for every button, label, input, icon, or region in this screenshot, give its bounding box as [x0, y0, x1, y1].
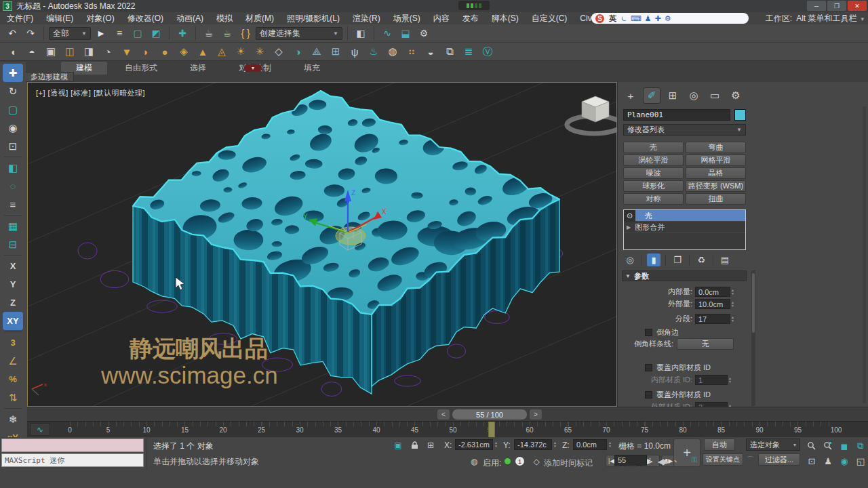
absolute-mode-icon[interactable]: ⊞	[425, 440, 437, 451]
expand-caret-icon[interactable]: ▶	[627, 224, 631, 230]
menu-item-12[interactable]: 脚本(S)	[492, 13, 519, 24]
params-scrollbar[interactable]	[751, 270, 755, 406]
ime-tool-icon-2[interactable]: ♟	[645, 14, 652, 22]
current-frame-indicator[interactable]: 55 / 100	[452, 409, 527, 420]
align-tool[interactable]: ≡	[3, 195, 23, 214]
redo-icon[interactable]: ↷	[22, 26, 39, 41]
hierarchy-tab[interactable]: ⊞	[664, 87, 682, 104]
ribbon-tab-4[interactable]: 填充	[289, 62, 335, 75]
enable-badge[interactable]: 1	[515, 457, 524, 466]
select-and-move-icon[interactable]: ✚	[174, 26, 191, 41]
dome-light-icon[interactable]: ◗	[138, 44, 153, 59]
panel-scrollbar[interactable]	[863, 106, 866, 403]
menu-item-3[interactable]: 修改器(O)	[127, 13, 163, 24]
frame-number-field[interactable]: 55	[614, 455, 647, 466]
y-spinner[interactable]: ▲▼	[553, 441, 557, 448]
modifier-button-8[interactable]: 对称	[623, 193, 684, 205]
motion-tab[interactable]: ◎	[685, 87, 703, 104]
show-end-result-icon[interactable]: ▮	[647, 253, 660, 266]
menu-item-9[interactable]: 场景(S)	[393, 13, 420, 24]
mirror-icon[interactable]: ◧	[353, 26, 369, 41]
display-tab[interactable]: ▭	[706, 87, 724, 104]
parameters-rollout-header[interactable]: ▼ 参数	[622, 270, 747, 281]
modifier-button-0[interactable]: 壳	[623, 142, 684, 153]
key-filters-dropdown[interactable]: 选定对象▾	[746, 439, 800, 451]
ime-tool-icon-4[interactable]: ⚙	[665, 14, 671, 22]
maxscript-mini-label[interactable]: MAXScript 迷你	[1, 453, 144, 467]
timeline-playhead[interactable]	[488, 422, 495, 438]
grass-icon[interactable]: ψ	[347, 44, 362, 59]
filters-button[interactable]: 过滤器...	[758, 453, 800, 466]
segments-spinner[interactable]: ▲▼	[731, 316, 734, 323]
window-crossing-icon[interactable]: ◩	[148, 26, 164, 41]
array-tool[interactable]: ▦	[3, 217, 23, 235]
modifier-button-6[interactable]: 球形化	[623, 180, 684, 192]
select-and-link-icon[interactable]: ☕	[201, 26, 217, 41]
zoom-extents-all-icon[interactable]: ⧉	[852, 439, 868, 453]
named-selection-sets-dropdown[interactable]: 创建选择集▼	[256, 27, 342, 40]
sun-rays-icon[interactable]: ✳	[252, 44, 267, 59]
pivot-tool[interactable]: ⊡	[3, 137, 23, 155]
maximize-button[interactable]: ❐	[827, 1, 846, 11]
selection-lock-icon[interactable]	[408, 440, 420, 451]
light-book-icon[interactable]: ◫	[62, 44, 77, 59]
camera-pyramid-icon[interactable]: ⟁	[309, 44, 324, 59]
modifier-button-5[interactable]: 晶格	[686, 167, 746, 179]
segments-field[interactable]: 17	[695, 314, 730, 324]
bevel-spline-button[interactable]: 无	[677, 338, 734, 350]
select-object-icon[interactable]: ►	[93, 26, 109, 41]
select-and-place-tool[interactable]: ◉	[3, 119, 23, 137]
undo-icon[interactable]: ↶	[4, 26, 20, 41]
create-tab[interactable]: +	[622, 87, 639, 104]
modifier-button-1[interactable]: 弯曲	[686, 142, 746, 153]
selection-filter-dropdown[interactable]: 全部▼	[49, 27, 91, 40]
inner-matid-spinner[interactable]: ▲▼	[728, 377, 732, 384]
frame-nav-arrows[interactable]: ◀▶	[656, 456, 669, 467]
half-sphere-icon[interactable]: ◑	[290, 44, 305, 59]
cube-helper-icon[interactable]: ◇	[271, 44, 286, 59]
rect-selection-region-icon[interactable]: ▢	[130, 26, 146, 41]
schematic-view-icon[interactable]: ⬓	[397, 26, 414, 41]
prev-frame-button[interactable]: <	[437, 409, 450, 420]
geodesic-light-icon[interactable]: ◈	[176, 44, 191, 59]
viewport-label[interactable]: [+] [透视] [标准] [默认明暗处理]	[36, 88, 145, 98]
axis-x-button[interactable]: X	[3, 257, 23, 275]
menu-item-13[interactable]: 自定义(C)	[532, 13, 568, 24]
scale-tool[interactable]: ▢	[3, 100, 23, 119]
remove-modifier-icon[interactable]: ♻	[694, 253, 708, 266]
mini-curve-editor-icon[interactable]: ∿	[30, 423, 50, 436]
workspace-caret-icon[interactable]: ▾	[861, 16, 864, 22]
percent-snap-toggle[interactable]: %	[3, 370, 23, 388]
zoom-extents-icon[interactable]: ◼	[836, 439, 852, 453]
menu-item-10[interactable]: 内容	[433, 13, 450, 24]
angle-snap-toggle[interactable]: ∠	[3, 352, 23, 370]
configure-modifier-sets-icon[interactable]: ▤	[718, 253, 732, 266]
x-coord-field[interactable]: -2.631cm	[455, 439, 493, 450]
modifier-list-dropdown[interactable]: 修改器列表 ▼	[623, 124, 746, 136]
menu-item-4[interactable]: 动画(A)	[176, 13, 203, 24]
modifier-button-7[interactable]: 路径变形 (WSM)	[686, 180, 746, 192]
modifier-button-4[interactable]: 噪波	[623, 167, 684, 179]
minimize-button[interactable]: ─	[807, 1, 826, 11]
track-bar[interactable]: ∿ 05101520253035404550556065707580859095…	[27, 421, 868, 437]
inner-amount-spinner[interactable]: ▲▼	[731, 289, 734, 296]
sphere-light-icon[interactable]: ●	[157, 44, 172, 59]
bevel-edges-checkbox[interactable]	[645, 329, 652, 336]
menu-item-1[interactable]: 编辑(E)	[46, 13, 73, 24]
x-spinner[interactable]: ▲▼	[494, 441, 498, 448]
palette-icon[interactable]: ◒	[423, 44, 438, 59]
bulb-light-icon[interactable]: ◬	[214, 44, 229, 59]
axis-xy-button[interactable]: XY	[3, 312, 23, 330]
z-coord-field[interactable]: 0.0cm	[573, 439, 607, 450]
orbit-icon[interactable]: ◉	[836, 453, 852, 468]
ribbon-tab-1[interactable]: 自由形式	[110, 62, 172, 75]
soft-selection-tool[interactable]: ◌	[3, 177, 23, 195]
menu-item-5[interactable]: 模拟	[216, 13, 233, 24]
modifier-button-3[interactable]: 网格平滑	[686, 155, 746, 166]
books-icon[interactable]: ⊞	[328, 44, 343, 59]
z-spinner[interactable]: ▲▼	[608, 441, 612, 448]
vray-icon[interactable]: Ⓥ	[480, 44, 495, 59]
set-key-button[interactable]: 设置关键点	[703, 453, 743, 466]
make-unique-icon[interactable]: ❐	[671, 253, 684, 266]
inner-amount-field[interactable]: 0.0cm	[695, 287, 730, 297]
